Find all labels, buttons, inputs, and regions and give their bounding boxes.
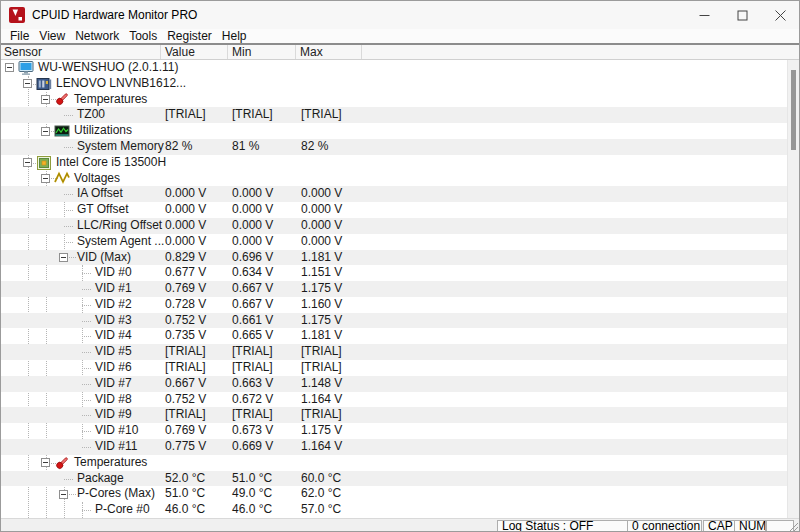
menu-tools[interactable]: Tools	[124, 29, 162, 43]
sensor-label: TZ00	[77, 107, 105, 123]
tree-row[interactable]: Temperatures	[1, 455, 789, 471]
minus-glyph	[25, 162, 30, 163]
tree-connector-dash	[64, 210, 73, 211]
tree-row[interactable]: VID #40.735 V0.665 V1.181 V	[1, 328, 789, 344]
vertical-scrollbar[interactable]	[787, 60, 799, 518]
tree-row[interactable]: VID #6[TRIAL][TRIAL][TRIAL]	[1, 360, 789, 376]
scrollbar-thumb[interactable]	[791, 70, 796, 150]
minus-glyph	[43, 131, 48, 132]
title-bar[interactable]: CPUID Hardware Monitor PRO	[1, 1, 799, 29]
minus-glyph	[61, 494, 66, 495]
tree-row[interactable]: VID (Max)0.829 V0.696 V1.181 V	[1, 250, 789, 266]
sensor-min: 0.696 V	[232, 250, 273, 266]
menu-register[interactable]: Register	[162, 29, 217, 43]
tree-row[interactable]: TZ00[TRIAL][TRIAL][TRIAL]	[1, 107, 789, 123]
sensor-label: Temperatures	[74, 455, 147, 471]
sensor-label: VID #2	[95, 297, 132, 313]
tree-row[interactable]: Voltages	[1, 171, 789, 187]
tree-row[interactable]: Utilizations	[1, 123, 789, 139]
sensor-value: 0.769 V	[165, 423, 206, 439]
sensor-value: 51.0 °C	[165, 486, 205, 502]
tree-row[interactable]: VID #9[TRIAL][TRIAL][TRIAL]	[1, 407, 789, 423]
sensor-label: VID #4	[95, 328, 132, 344]
column-header-value[interactable]: Value	[161, 45, 228, 59]
sensor-value: 0.829 V	[165, 250, 206, 266]
menu-help[interactable]: Help	[217, 29, 252, 43]
tree-row[interactable]: Temperatures	[1, 92, 789, 108]
caps-lock-indicator: CAP	[703, 520, 735, 532]
voltage-icon	[54, 170, 70, 186]
minus-glyph	[7, 67, 12, 68]
tree-connector-dash	[64, 479, 73, 480]
tree-row[interactable]: P-Core #046.0 °C46.0 °C57.0 °C	[1, 502, 789, 518]
close-button[interactable]	[761, 1, 799, 29]
sensor-value: 0.000 V	[165, 218, 206, 234]
sensor-max: 0.000 V	[301, 202, 342, 218]
tree-row[interactable]: VID #10.769 V0.667 V1.175 V	[1, 281, 789, 297]
sensor-value: [TRIAL]	[165, 407, 206, 423]
tree-row[interactable]: IA Offset0.000 V0.000 V0.000 V	[1, 186, 789, 202]
expand-collapse-toggle[interactable]	[59, 253, 68, 262]
tree-row[interactable]: VID #00.677 V0.634 V1.151 V	[1, 265, 789, 281]
resize-grip[interactable]	[786, 519, 799, 532]
column-header-filler[interactable]	[362, 45, 800, 59]
sensor-label: VID #10	[95, 423, 138, 439]
tree-row[interactable]: VID #110.775 V0.669 V1.164 V	[1, 439, 789, 455]
sensor-label: VID #1	[95, 281, 132, 297]
tree-row[interactable]: VID #30.752 V0.661 V1.175 V	[1, 313, 789, 329]
expand-collapse-toggle[interactable]	[41, 458, 50, 467]
tree-row[interactable]: GT Offset0.000 V0.000 V0.000 V	[1, 202, 789, 218]
tree-row[interactable]: Package52.0 °C51.0 °C60.0 °C	[1, 471, 789, 487]
sensor-value: 0.735 V	[165, 328, 206, 344]
tree-connector-dash	[82, 321, 91, 322]
sensor-tree: WU-WENSHUO (2.0.1.11)LENOVO LNVNB1612...…	[1, 60, 789, 518]
monitor-icon	[18, 60, 34, 76]
menu-network[interactable]: Network	[70, 29, 124, 43]
expand-collapse-toggle[interactable]	[59, 490, 68, 499]
menu-file[interactable]: File	[5, 29, 34, 43]
maximize-button[interactable]	[723, 1, 761, 29]
minimize-button[interactable]	[685, 1, 723, 29]
tree-row[interactable]: System Agent ...0.000 V0.000 V0.000 V	[1, 234, 789, 250]
tree-row[interactable]: LENOVO LNVNB1612...	[1, 76, 789, 92]
expand-collapse-toggle[interactable]	[23, 158, 32, 167]
minus-glyph	[61, 257, 66, 258]
tree-row[interactable]: Intel Core i5 13500H	[1, 155, 789, 171]
expand-collapse-toggle[interactable]	[5, 63, 14, 72]
sensor-value: 0.000 V	[165, 186, 206, 202]
sensor-min: 0.000 V	[232, 186, 273, 202]
tree-row[interactable]: System Memory82 %81 %82 %	[1, 139, 789, 155]
tree-row[interactable]: LLC/Ring Offset0.000 V0.000 V0.000 V	[1, 218, 789, 234]
sensor-max: 82 %	[301, 139, 328, 155]
tree-row[interactable]: VID #70.667 V0.663 V1.148 V	[1, 376, 789, 392]
tree-connector-dash	[64, 147, 73, 148]
tree-row[interactable]: VID #5[TRIAL][TRIAL][TRIAL]	[1, 344, 789, 360]
expand-collapse-toggle[interactable]	[41, 127, 50, 136]
column-header-min[interactable]: Min	[228, 45, 296, 59]
window-title: CPUID Hardware Monitor PRO	[32, 8, 197, 22]
column-header-max[interactable]: Max	[296, 45, 362, 59]
tree-row[interactable]: VID #100.769 V0.673 V1.175 V	[1, 423, 789, 439]
tree-row[interactable]: VID #20.728 V0.667 V1.160 V	[1, 297, 789, 313]
column-header-sensor[interactable]: Sensor	[1, 45, 161, 59]
sensor-label: P-Core #0	[95, 502, 150, 518]
expand-collapse-toggle[interactable]	[41, 95, 50, 104]
sensor-max: [TRIAL]	[301, 344, 342, 360]
sensor-label: VID #7	[95, 376, 132, 392]
sensor-label: IA Offset	[77, 186, 123, 202]
menu-view[interactable]: View	[34, 29, 70, 43]
tree-connector-dash	[64, 115, 73, 116]
expand-collapse-toggle[interactable]	[23, 79, 32, 88]
sensor-min: 0.634 V	[232, 265, 273, 281]
tree-row[interactable]: WU-WENSHUO (2.0.1.11)	[1, 60, 789, 76]
column-header: SensorValueMinMax	[1, 45, 799, 60]
expand-collapse-toggle[interactable]	[41, 174, 50, 183]
sensor-max: 0.000 V	[301, 234, 342, 250]
tree-connector-dash	[82, 415, 91, 416]
sensor-max: 60.0 °C	[301, 471, 341, 487]
sensor-min: 81 %	[232, 139, 259, 155]
tree-row[interactable]: P-Cores (Max)51.0 °C49.0 °C62.0 °C	[1, 486, 789, 502]
tree-row[interactable]: VID #80.752 V0.672 V1.164 V	[1, 392, 789, 408]
sensor-value: 0.752 V	[165, 313, 206, 329]
sensor-label: Temperatures	[74, 92, 147, 108]
